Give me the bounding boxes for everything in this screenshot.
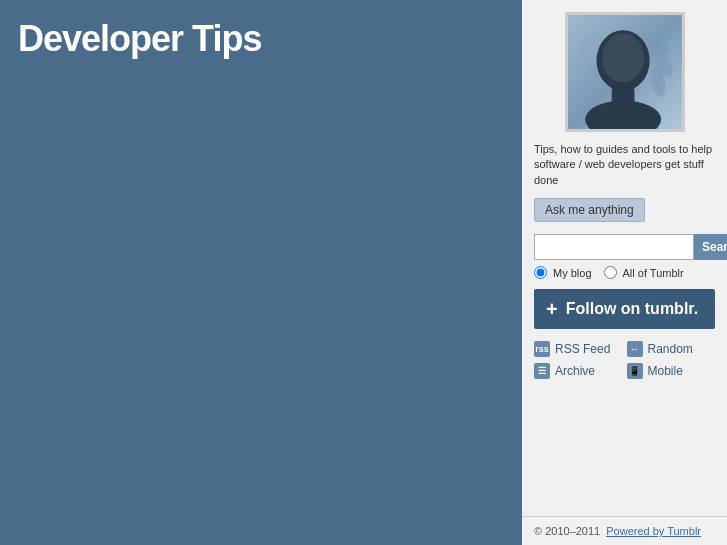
archive-icon: ☰ <box>534 363 550 379</box>
random-label: Random <box>648 342 693 356</box>
random-icon: ↔ <box>627 341 643 357</box>
archive-label: Archive <box>555 364 595 378</box>
rss-feed-label: RSS Feed <box>555 342 610 356</box>
archive-link[interactable]: ☰ Archive <box>534 363 623 379</box>
avatar <box>565 12 685 132</box>
powered-by-link[interactable]: Powered by Tumblr <box>606 525 701 537</box>
search-scope-row: My blog All of Tumblr <box>522 266 727 279</box>
rss-icon: rss <box>534 341 550 357</box>
follow-label: Follow on tumblr. <box>566 300 698 318</box>
rss-feed-link[interactable]: rss RSS Feed <box>534 341 623 357</box>
svg-point-7 <box>585 101 661 130</box>
search-button[interactable]: Search <box>694 234 727 260</box>
ask-button[interactable]: Ask me anything <box>534 198 645 222</box>
sidebar-footer: © 2010–2011 Powered by Tumblr <box>522 516 727 545</box>
mobile-link[interactable]: 📱 Mobile <box>627 363 716 379</box>
sidebar: Tips, how to guides and tools to help so… <box>522 0 727 545</box>
follow-plus-icon: + <box>546 299 558 319</box>
page-title: Developer Tips <box>18 18 261 60</box>
copyright-text: © 2010–2011 <box>534 525 600 537</box>
links-grid: rss RSS Feed ↔ Random ☰ Archive 📱 Mobile <box>522 341 727 379</box>
search-row: Search <box>522 234 727 260</box>
mobile-label: Mobile <box>648 364 683 378</box>
blog-description: Tips, how to guides and tools to help so… <box>522 142 727 188</box>
my-blog-radio[interactable] <box>534 266 547 279</box>
all-tumblr-radio[interactable] <box>604 266 617 279</box>
mobile-icon: 📱 <box>627 363 643 379</box>
follow-button[interactable]: + Follow on tumblr. <box>534 289 715 329</box>
search-input[interactable] <box>534 234 694 260</box>
random-link[interactable]: ↔ Random <box>627 341 716 357</box>
svg-point-8 <box>602 33 644 82</box>
all-tumblr-label: All of Tumblr <box>623 267 684 279</box>
svg-point-4 <box>568 51 595 84</box>
my-blog-label: My blog <box>553 267 592 279</box>
